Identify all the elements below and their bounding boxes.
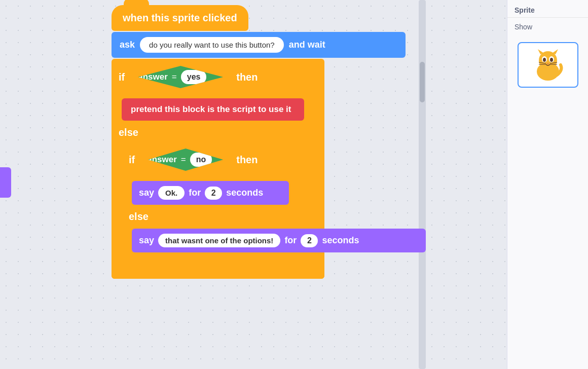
inner-if-block: if answer = no then say Ok. for xyxy=(122,141,304,267)
if2-then-body: say Ok. for 2 seconds xyxy=(122,181,304,205)
svg-marker-3 xyxy=(552,49,558,54)
svg-point-6 xyxy=(543,58,546,62)
say1-keyword: say xyxy=(139,188,154,198)
if1-header: if answer = yes then xyxy=(112,59,324,95)
if2-header: if answer = no then xyxy=(122,141,304,178)
blocks-area: when this sprite clicked ask do you real… xyxy=(112,5,406,279)
if1-then: then xyxy=(236,71,258,83)
scrollbar-thumb[interactable] xyxy=(420,62,425,102)
right-panel: Sprite Show xyxy=(507,0,588,369)
say1-seconds: seconds xyxy=(226,188,263,198)
say1-block[interactable]: say Ok. for 2 seconds xyxy=(132,181,289,205)
sprite-thumbnail[interactable] xyxy=(518,42,578,88)
say1-num[interactable]: 2 xyxy=(205,187,222,200)
if1-then-body: pretend this block is the script to use … xyxy=(112,95,324,124)
cat-sprite-svg xyxy=(528,47,568,83)
ask-block[interactable]: ask do you really want to use this butto… xyxy=(112,32,406,58)
if1-keyword: if xyxy=(119,71,125,83)
hat-block-label: when this sprite clicked xyxy=(123,12,237,24)
say2-num[interactable]: 2 xyxy=(301,234,318,247)
if2-cond-val[interactable]: no xyxy=(190,153,212,167)
if1-else: else xyxy=(119,127,138,138)
outer-if-block: if answer = yes then pretend this block … xyxy=(112,59,324,279)
svg-point-1 xyxy=(539,51,557,69)
if1-else-row: else xyxy=(112,124,324,141)
outer-if-bottom-cap xyxy=(112,272,324,279)
sprite-label: Sprite xyxy=(507,0,588,18)
say2-text[interactable]: that wasnt one of the options! xyxy=(158,234,280,247)
if1-cond-var: answer xyxy=(138,72,168,82)
say1-for: for xyxy=(189,188,201,198)
show-label: Show xyxy=(507,18,588,36)
say2-for: for xyxy=(284,235,297,246)
if2-else-body: say that wasnt one of the options! for 2… xyxy=(122,229,304,261)
left-tab[interactable] xyxy=(0,167,11,198)
pink-block-label: pretend this block is the script to use … xyxy=(131,104,291,114)
scratch-canvas: when this sprite clicked ask do you real… xyxy=(0,0,507,369)
ask-prefix: ask xyxy=(120,40,135,50)
say2-block[interactable]: say that wasnt one of the options! for 2… xyxy=(132,229,426,252)
say1-text[interactable]: Ok. xyxy=(158,186,185,200)
scrollbar[interactable] xyxy=(419,0,426,369)
if1-else-body: if answer = no then say Ok. for xyxy=(112,141,324,272)
if1-cond-eq: = xyxy=(172,72,177,82)
say2-keyword: say xyxy=(139,235,154,246)
pink-block[interactable]: pretend this block is the script to use … xyxy=(122,98,304,121)
ask-question[interactable]: do you really want to use this button? xyxy=(140,37,284,53)
hat-block[interactable]: when this sprite clicked xyxy=(112,5,248,31)
if2-else: else xyxy=(129,211,149,222)
svg-point-7 xyxy=(550,58,553,62)
if2-cond-var: answer xyxy=(147,155,177,165)
if2-cond-eq: = xyxy=(181,155,186,165)
if2-keyword: if xyxy=(129,154,135,166)
inner-if-bottom-cap xyxy=(122,261,304,267)
if2-then: then xyxy=(236,154,258,166)
if1-condition[interactable]: answer = yes xyxy=(130,64,231,90)
if2-condition[interactable]: answer = no xyxy=(140,146,231,173)
if2-else-row: else xyxy=(122,208,304,226)
ask-suffix: and wait xyxy=(289,40,325,50)
svg-marker-2 xyxy=(538,49,544,54)
say2-seconds: seconds xyxy=(322,235,359,246)
if1-cond-val[interactable]: yes xyxy=(181,70,207,84)
